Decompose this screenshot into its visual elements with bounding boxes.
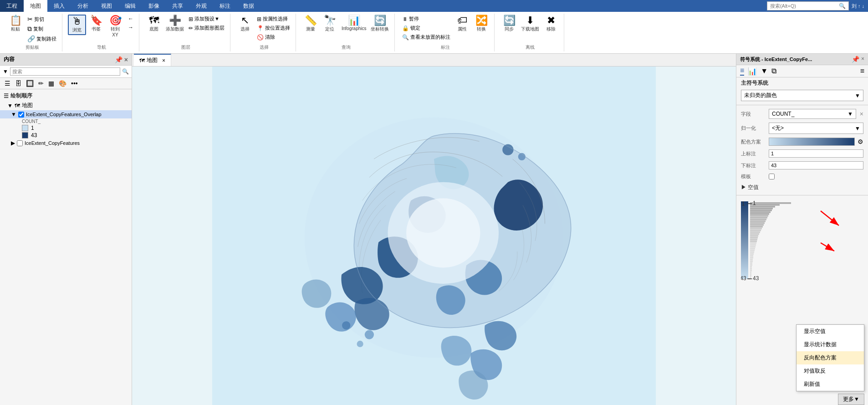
svg-rect-32 (750, 235, 758, 237)
btn-goto-xy[interactable]: 🎯 转到XY (106, 15, 124, 38)
svg-rect-19 (750, 211, 771, 213)
toc-search-input[interactable] (10, 67, 120, 76)
svg-rect-42 (750, 253, 754, 255)
toc-btn-more[interactable]: ••• (69, 79, 80, 88)
toc-map-item[interactable]: ▼ 🗺 地图 (0, 101, 132, 110)
btn-cut[interactable]: ✂剪切 (26, 15, 58, 24)
app-search-input[interactable] (770, 3, 839, 9)
symbology-layers-icon[interactable]: ⧉ (771, 67, 776, 75)
group-clipboard: 📋 粘贴 ✂剪切 ⧉复制 🔗复制路径 剪贴板 (3, 14, 62, 51)
btn-download-map[interactable]: ⬇ 下载地图 (519, 15, 541, 33)
btn-pause-label[interactable]: ⏸暂停 (400, 15, 452, 23)
symbology-menu-icon[interactable]: ≡ (860, 67, 864, 75)
null-value-row[interactable]: ▶ 空值 (736, 182, 868, 193)
svg-rect-48 (750, 264, 752, 266)
symbology-filter-icon[interactable]: ▼ (761, 67, 768, 75)
svg-rect-49 (750, 266, 752, 268)
btn-select[interactable]: ↖ 选择 (236, 15, 254, 33)
btn-add-data[interactable]: ➕ 添加数据 (164, 15, 186, 33)
field-select[interactable]: COUNT_ ▼ (769, 109, 856, 119)
btn-convert-label[interactable]: 🔀 转换 (472, 15, 490, 33)
more-button[interactable]: 更多▼ (838, 394, 864, 405)
svg-rect-52 (750, 272, 751, 273)
menu-item-negate[interactable]: 对值取反 (797, 364, 864, 378)
menu-item-refresh[interactable]: 刷新值 (797, 378, 864, 391)
search-toc-icon[interactable]: 🔍 (122, 68, 129, 75)
tab-insert[interactable]: 插入 (47, 0, 71, 12)
layer1-checkbox[interactable] (18, 112, 24, 118)
btn-view-unplaced[interactable]: 🔍查看未放置的标注 (400, 33, 452, 41)
menu-item-show-stats[interactable]: 显示统计数据 (797, 338, 864, 351)
svg-rect-40 (750, 250, 755, 251)
symbology-type-select[interactable]: 未归类的颜色 ▼ (741, 90, 863, 101)
tab-analysis[interactable]: 分析 (71, 0, 95, 12)
field-clear-btn[interactable]: × (860, 110, 863, 118)
tab-edit[interactable]: 编辑 (118, 0, 142, 12)
map-tab-main[interactable]: 🗺 地图 × (134, 54, 171, 66)
btn-remove[interactable]: ✖ 移除 (542, 15, 560, 33)
toc-drawing-order[interactable]: ☰ 绘制顺序 (0, 91, 132, 101)
toc-btn-list[interactable]: ☰ (3, 79, 12, 88)
template-checkbox[interactable] (769, 174, 775, 179)
btn-measure[interactable]: 📏 测量 (301, 15, 320, 33)
toc-btn-filter[interactable]: 🔲 (24, 79, 36, 88)
menu-item-reverse-scheme[interactable]: 反向配色方案 (797, 351, 864, 364)
svg-rect-38 (750, 246, 756, 248)
tab-appearance[interactable]: 外观 (189, 0, 213, 12)
btn-coord-convert[interactable]: 🔄 坐标转换 (369, 15, 391, 33)
color-scheme-gear[interactable]: ⚙ (858, 138, 863, 145)
color-scheme-bar[interactable] (769, 138, 855, 146)
btn-add-graphic-layer[interactable]: ✏添加图形图层 (187, 24, 226, 32)
toc-btn-chart[interactable]: ▦ (46, 79, 56, 88)
tab-label[interactable]: 标注 (213, 0, 237, 12)
pin-toc-button[interactable]: 📌 (115, 56, 123, 63)
app-search-box[interactable]: 🔍 (767, 1, 849, 10)
dropdown-menu: 显示空值 显示统计数据 反向配色方案 对值取反 刷新值 (796, 324, 864, 391)
btn-browse[interactable]: 🖱 浏览 (68, 15, 86, 35)
btn-bookmark[interactable]: 🔖 书签 (87, 15, 105, 33)
tab-share[interactable]: 共享 (166, 0, 189, 12)
map-canvas[interactable] (132, 67, 736, 405)
toc-layer-1[interactable]: ▼ IceExtent_CopyFeatures_Overlap (0, 110, 132, 118)
menu-item-show-null[interactable]: 显示空值 (797, 325, 864, 338)
close-toc-button[interactable]: × (124, 56, 128, 63)
close-right-panel-button[interactable]: × (861, 56, 864, 63)
btn-label-attr[interactable]: 🏷 属性 (453, 15, 471, 33)
legend-min-item: 1 (0, 124, 132, 132)
btn-lock-label[interactable]: 🔒锁定 (400, 24, 452, 32)
btn-clear-select[interactable]: 🚫清除 (255, 33, 292, 41)
tab-project[interactable]: 工程 (0, 0, 24, 12)
btn-basemap[interactable]: 🗺 底图 (145, 15, 163, 33)
layer2-checkbox[interactable] (17, 140, 23, 146)
btn-infographics[interactable]: 📊 Infographics (340, 15, 368, 32)
bookmark-icon: 🔖 (90, 15, 102, 26)
toc-btn-style[interactable]: 🎨 (57, 79, 68, 88)
symbology-type-icon[interactable]: ≡ (740, 67, 744, 76)
color-scheme-row: 配色方案 ⚙ (736, 136, 868, 148)
btn-locate[interactable]: 🔭 定位 (321, 15, 339, 33)
normalize-select[interactable]: <无> ▼ (769, 123, 863, 134)
upper-label-input[interactable] (769, 149, 863, 158)
btn-forward[interactable]: → (126, 23, 135, 31)
btn-paste[interactable]: 📋 粘贴 (6, 15, 25, 33)
btn-copy[interactable]: ⧉复制 (26, 24, 58, 34)
btn-back[interactable]: ← (126, 15, 135, 23)
tab-view[interactable]: 视图 (95, 0, 118, 12)
map-tab-close[interactable]: × (162, 57, 165, 64)
pin-right-panel-button[interactable]: 📌 (852, 56, 859, 63)
btn-add-preset[interactable]: ⊞添加预设▼ (187, 15, 226, 23)
toc-btn-db[interactable]: 🗄 (13, 79, 23, 88)
lower-label-input[interactable] (769, 161, 863, 169)
toc-btn-edit[interactable]: ✏ (36, 79, 46, 88)
tab-data[interactable]: 数据 (237, 0, 260, 12)
toc-layer-2[interactable]: ▶ IceExtent_CopyFeatures (0, 139, 132, 147)
expand-layer2-icon: ▶ (11, 140, 15, 146)
tab-imagery[interactable]: 影像 (142, 0, 166, 12)
btn-select-by-location[interactable]: 📍按位置选择 (255, 24, 292, 32)
remove-icon: ✖ (547, 15, 555, 26)
tab-map[interactable]: 地图 (24, 0, 47, 12)
btn-sync[interactable]: 🔄 同步 (500, 15, 518, 33)
btn-copy-path[interactable]: 🔗复制路径 (26, 34, 58, 43)
symbology-chart-icon[interactable]: 📊 (748, 67, 757, 76)
btn-select-by-attr[interactable]: ⊞按属性选择 (255, 15, 292, 23)
